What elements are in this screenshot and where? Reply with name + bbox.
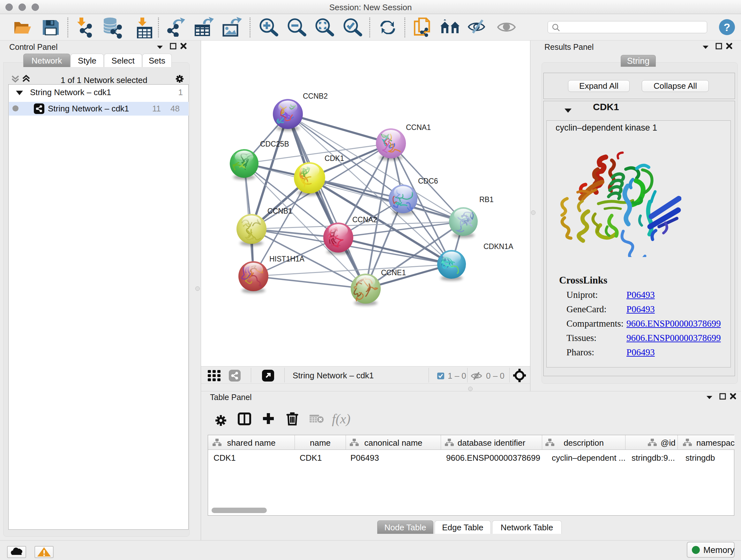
svg-text:CCNA2: CCNA2 [352, 215, 377, 224]
svg-text:CCNB2: CCNB2 [303, 92, 328, 100]
svg-text:RB1: RB1 [479, 195, 494, 204]
svg-text:CDKN1A: CDKN1A [483, 242, 514, 251]
svg-text:CCNE1: CCNE1 [381, 268, 406, 277]
svg-text:CDC6: CDC6 [418, 177, 438, 185]
svg-text:CDC25B: CDC25B [260, 140, 289, 148]
svg-text:CCNA1: CCNA1 [406, 123, 431, 132]
svg-text:HIST1H1A: HIST1H1A [269, 255, 305, 263]
svg-text:?: ? [724, 21, 731, 33]
svg-text:CDK1: CDK1 [325, 154, 344, 163]
svg-text:CCNB1: CCNB1 [267, 207, 292, 215]
